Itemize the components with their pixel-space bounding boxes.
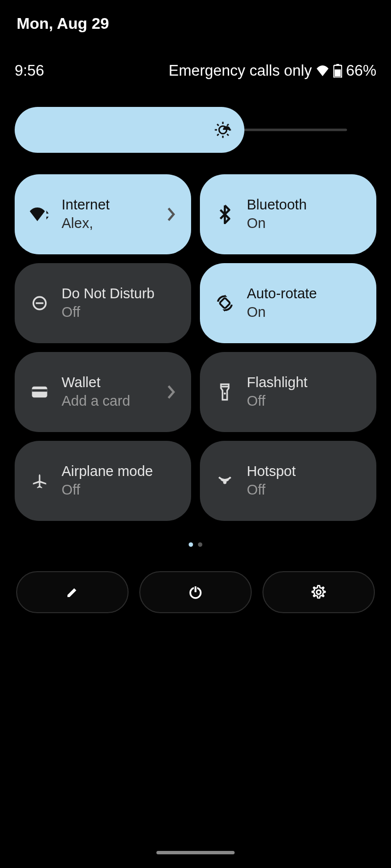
tile-subtitle: Off [247, 392, 362, 411]
tile-title: Airplane mode [62, 462, 176, 481]
bluetooth-icon [214, 205, 236, 224]
tile-labels: Flashlight Off [247, 373, 362, 410]
pencil-icon [65, 585, 80, 599]
status-bar: 9:56 Emergency calls only 66% [15, 62, 376, 80]
settings-button[interactable] [262, 571, 375, 613]
tile-subtitle: Off [247, 481, 362, 499]
svg-line-8 [217, 124, 218, 125]
tile-labels: Airplane mode Off [62, 462, 176, 499]
wifi-icon [28, 206, 51, 223]
tile-labels: Internet Alex, [62, 196, 176, 232]
tile-do-not-disturb[interactable]: Do Not Disturb Off [15, 263, 191, 343]
tile-title: Auto-rotate [247, 285, 362, 303]
gear-icon [311, 584, 326, 600]
time-label: 9:56 [15, 62, 44, 80]
dnd-icon [28, 295, 51, 311]
tile-subtitle: Off [62, 481, 176, 499]
airplane-icon [28, 472, 51, 490]
wallet-icon [28, 386, 51, 398]
chevron-right-icon[interactable] [167, 385, 175, 399]
emergency-calls-label: Emergency calls only [169, 62, 312, 80]
tile-labels: Auto-rotate On [247, 285, 362, 321]
wifi-status-icon [316, 65, 329, 76]
tile-subtitle: On [247, 214, 362, 233]
tile-subtitle: On [247, 303, 362, 322]
tile-title: Do Not Disturb [62, 285, 176, 303]
chevron-right-icon[interactable] [167, 207, 175, 221]
battery-status-icon [333, 64, 342, 78]
tile-subtitle: Off [62, 303, 176, 322]
hotspot-icon [214, 472, 236, 490]
tile-airplane-mode[interactable]: Airplane mode Off [15, 441, 191, 521]
tile-wallet[interactable]: Wallet Add a card [15, 352, 191, 432]
page-indicator [15, 542, 376, 547]
svg-line-11 [227, 124, 229, 125]
brightness-slider[interactable] [15, 107, 376, 153]
tile-auto-rotate[interactable]: Auto-rotate On [200, 263, 376, 343]
svg-rect-1 [336, 64, 339, 66]
svg-point-24 [317, 590, 321, 595]
navigation-handle[interactable] [156, 851, 235, 854]
date-label: Mon, Aug 29 [15, 0, 376, 33]
tile-labels: Hotspot Off [247, 462, 362, 499]
tile-internet[interactable]: Internet Alex, [15, 174, 191, 254]
quick-settings-panel: Mon, Aug 29 9:56 Emergency calls only 66… [0, 0, 391, 868]
tile-title: Hotspot [247, 462, 362, 481]
tile-title: Flashlight [247, 373, 362, 392]
tile-title: Wallet [62, 373, 176, 392]
brightness-icon [214, 121, 232, 139]
battery-pct-label: 66% [346, 62, 376, 80]
svg-rect-14 [219, 298, 230, 309]
tile-labels: Do Not Disturb Off [62, 285, 176, 321]
brightness-fill [15, 107, 244, 153]
edit-button[interactable] [16, 571, 129, 613]
tile-subtitle: Alex, [62, 214, 176, 233]
auto-rotate-icon [214, 294, 236, 312]
svg-rect-15 [32, 387, 47, 398]
footer-buttons [15, 571, 376, 613]
tile-flashlight[interactable]: Flashlight Off [200, 352, 376, 432]
tile-labels: Bluetooth On [247, 196, 362, 232]
tile-hotspot[interactable]: Hotspot Off [200, 441, 376, 521]
pager-dot-1 [198, 542, 202, 547]
status-right: Emergency calls only 66% [169, 62, 376, 80]
power-button[interactable] [139, 571, 252, 613]
svg-line-9 [227, 134, 229, 136]
tiles-grid: Internet Alex, Bluetooth On Do Not Distu… [15, 174, 376, 521]
tile-title: Internet [62, 196, 176, 214]
svg-rect-16 [32, 389, 47, 392]
power-icon [188, 584, 203, 600]
tile-title: Bluetooth [247, 196, 362, 214]
svg-point-18 [224, 393, 226, 394]
svg-rect-2 [335, 69, 341, 77]
tile-subtitle: Add a card [62, 392, 176, 411]
tile-labels: Wallet Add a card [62, 373, 176, 410]
svg-line-10 [217, 134, 218, 136]
tile-bluetooth[interactable]: Bluetooth On [200, 174, 376, 254]
flashlight-icon [214, 383, 236, 401]
pager-dot-0 [189, 542, 193, 547]
